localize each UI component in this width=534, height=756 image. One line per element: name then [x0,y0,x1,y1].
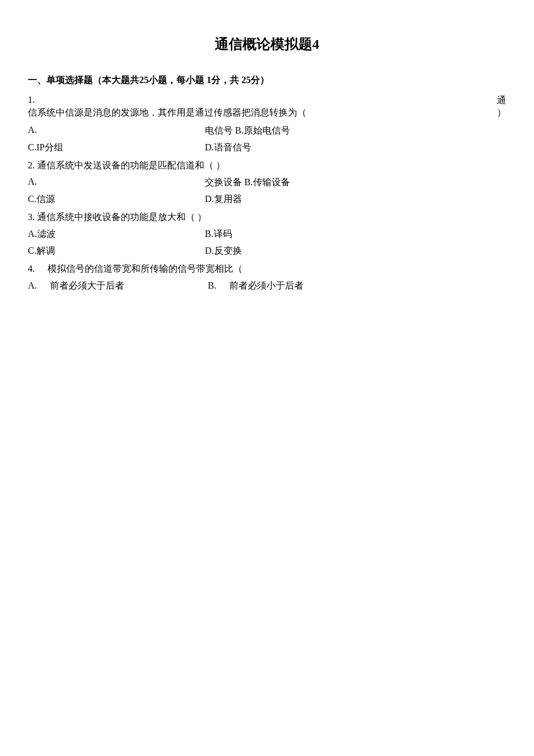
q3-options-ab: A.滤波 B.译码 [28,228,506,240]
question-4: 4.模拟信号的信道带宽和所传输的信号带宽相比（ [28,263,506,275]
q2-option-a-label: A. [28,177,205,189]
q2-options-ab: A. 交换设备 B.传输设备 [28,177,506,189]
section-header: 一、单项选择题（本大题共25小题，每小题 1分，共 25分） [28,74,506,87]
q1-option-ab-text: 电信号 B.原始电信号 [205,125,506,137]
q4-option-a: A.前者必须大于后者 [28,280,208,292]
q4-options-ab: A.前者必须大于后者 B.前者必须小于后者 [28,280,506,292]
q1-option-a-label: A. [28,125,205,137]
q4-option-b-text: 前者必须小于后者 [229,280,304,290]
page-title: 通信概论模拟题4 [28,35,506,53]
q4-option-b-label: B. [208,280,217,290]
q3-option-a: A.滤波 [28,228,205,240]
q3-option-d: D.反变换 [205,245,506,257]
q4-stem: 模拟信号的信道带宽和所传输的信号带宽相比（ [48,264,243,273]
q3-option-c: C.解调 [28,245,205,257]
q2-option-ab-text: 交换设备 B.传输设备 [205,177,506,189]
q3-option-b: B.译码 [205,228,506,240]
question-1: 1. 通 信系统中信源是消息的发源地，其作用是通过传感器把消息转换为（ ） [28,95,506,119]
q1-trail-right: 通 [497,95,506,107]
q1-options-cd: C.IP分组 D.语音信号 [28,142,506,154]
q1-option-c: C.IP分组 [28,142,205,154]
question-2: 2. 通信系统中发送设备的功能是匹配信道和（ ） [28,160,506,172]
question-3: 3. 通信系统中接收设备的功能是放大和（ ） [28,211,506,224]
q4-number: 4. [28,264,35,273]
q2-option-d: D.复用器 [205,193,506,206]
q1-options-ab: A. 电信号 B.原始电信号 [28,125,506,137]
q1-stem: 信系统中信源是消息的发源地，其作用是通过传感器把消息转换为（ [28,107,306,119]
q3-options-cd: C.解调 D.反变换 [28,245,506,257]
q2-option-c: C.信源 [28,193,205,206]
q2-options-cd: C.信源 D.复用器 [28,193,506,206]
q4-option-b: B.前者必须小于后者 [208,280,506,292]
q1-number: 1. [28,95,35,107]
q4-option-a-label: A. [28,280,37,290]
q4-option-a-text: 前者必须大于后者 [50,280,124,290]
q1-option-d: D.语音信号 [205,142,506,154]
q1-close-paren: ） [497,107,506,119]
